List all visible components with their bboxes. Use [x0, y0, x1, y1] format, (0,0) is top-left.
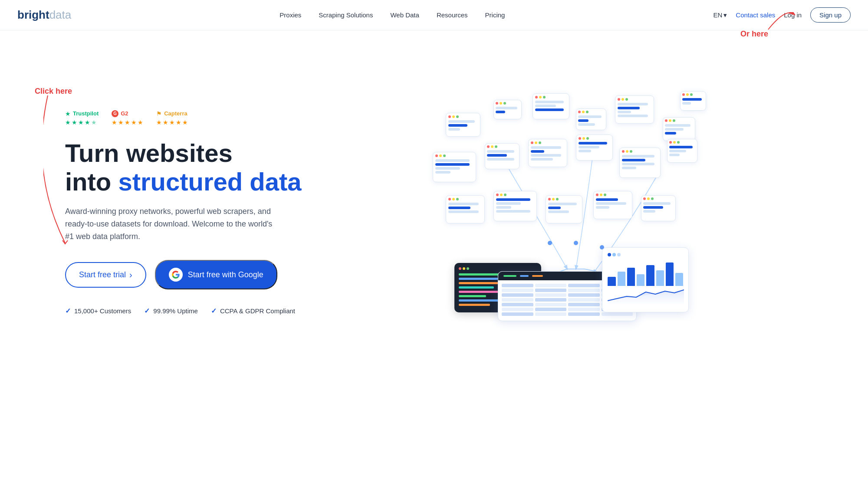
chart-bars	[608, 260, 683, 286]
g2-rating: G G2 ★ ★ ★ ★ ★	[112, 110, 143, 126]
google-icon	[169, 268, 183, 282]
navbar: bright data Proxies Scraping Solutions W…	[0, 0, 868, 30]
nav-scraping[interactable]: Scraping Solutions	[319, 11, 373, 19]
hero-illustration	[302, 82, 833, 343]
hero-title: Turn websites into structured data	[65, 139, 302, 197]
logo[interactable]: bright data	[17, 8, 71, 22]
hero-content: ★ Trustpilot ★ ★ ★ ★ ★ G G2 ★	[65, 110, 302, 315]
line-chart	[608, 288, 684, 305]
nav-pricing[interactable]: Pricing	[485, 11, 505, 19]
mini-card-5	[615, 95, 654, 124]
svg-point-1	[574, 241, 578, 245]
mini-card-8	[433, 152, 476, 182]
nav-resources[interactable]: Resources	[437, 11, 468, 19]
svg-point-0	[548, 241, 552, 245]
check-icon-1: ✓	[65, 307, 71, 315]
click-here-annotation: Click here	[35, 87, 72, 98]
mini-card-3	[533, 93, 569, 119]
illustration-container	[420, 87, 715, 338]
mini-card-14	[446, 195, 485, 223]
nav-signup-button[interactable]: Sign up	[810, 7, 851, 23]
mini-card-9	[485, 143, 519, 169]
nav-webdata[interactable]: Web Data	[390, 11, 419, 19]
chart-card	[602, 247, 689, 312]
mini-card-18	[641, 195, 676, 221]
logo-bright: bright	[17, 8, 49, 22]
mini-card-1	[446, 113, 480, 137]
capterra-rating: ⚑ Capterra ★ ★ ★ ★ ★	[156, 110, 188, 126]
start-google-button[interactable]: Start free with Google	[155, 260, 277, 289]
hero-subtitle: Award-winning proxy networks, powerful w…	[65, 205, 273, 243]
capterra-stars: ★ ★ ★ ★ ★	[156, 119, 188, 126]
mini-card-13	[667, 139, 697, 163]
nav-proxies[interactable]: Proxies	[279, 11, 301, 19]
mini-card-15	[493, 191, 537, 221]
mini-card-4	[576, 108, 606, 130]
check-icon-3: ✓	[211, 307, 217, 315]
mini-card-16	[546, 195, 582, 223]
nav-links: Proxies Scraping Solutions Web Data Reso…	[279, 11, 505, 19]
or-here-annotation: Or here	[740, 30, 768, 39]
mini-card-6	[663, 117, 695, 141]
mini-card-17	[593, 191, 632, 219]
start-trial-button[interactable]: Start free trial ›	[65, 262, 146, 288]
badge-compliance: ✓ CCPA & GDPR Compliant	[211, 307, 295, 315]
check-icon-2: ✓	[144, 307, 150, 315]
hero-section: Click here ★ Trustpilot ★ ★ ★ ★ ★	[0, 30, 868, 386]
trust-badges: ✓ 15,000+ Customers ✓ 99.99% Uptime ✓ CC…	[65, 307, 302, 315]
badge-customers: ✓ 15,000+ Customers	[65, 307, 131, 315]
nav-language[interactable]: EN ▾	[713, 11, 727, 19]
badge-uptime: ✓ 99.99% Uptime	[144, 307, 198, 315]
mini-card-11	[576, 135, 613, 161]
g2-stars: ★ ★ ★ ★ ★	[112, 119, 143, 126]
mini-card-7	[680, 91, 706, 111]
mini-card-2	[493, 100, 522, 119]
ratings-row: ★ Trustpilot ★ ★ ★ ★ ★ G G2 ★	[65, 110, 302, 126]
mini-card-12	[619, 148, 661, 178]
hero-buttons: Start free trial › Start free with Googl…	[65, 260, 302, 289]
logo-data: data	[49, 8, 72, 22]
mini-card-10	[528, 139, 567, 167]
